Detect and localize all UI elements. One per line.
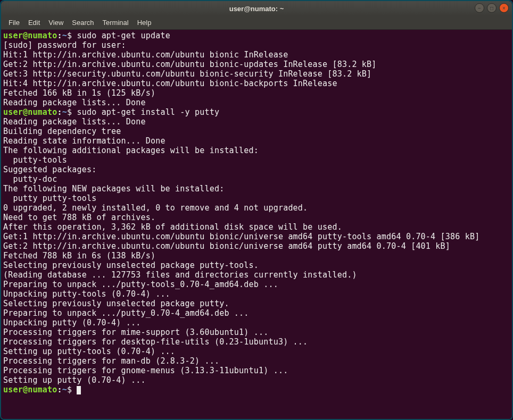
output-text: Selecting previously unselected package …: [3, 261, 259, 270]
output-text: Processing triggers for man-db (2.8.3-2)…: [3, 356, 219, 366]
prompt-user-host: user@numato: [3, 31, 57, 40]
titlebar: user@numato: ~ − □ ×: [1, 1, 512, 16]
prompt-dollar: $: [67, 107, 77, 117]
output-text: 0 upgraded, 2 newly installed, 0 to remo…: [3, 203, 308, 213]
window-title: user@numato: ~: [229, 5, 284, 13]
terminal-output-line: Unpacking putty (0.70-4) ...: [3, 318, 510, 327]
terminal-output-line: Need to get 788 kB of archives.: [3, 213, 510, 222]
terminal-command-line: user@numato:~$ sudo apt-get install -y p…: [3, 107, 510, 117]
output-text: putty-doc: [3, 174, 57, 184]
terminal-output-line: Processing triggers for desktop-file-uti…: [3, 337, 510, 347]
terminal-output-line: Reading package lists... Done: [3, 98, 510, 107]
terminal-output-line: Unpacking putty-tools (0.70-4) ...: [3, 289, 510, 299]
output-text: The following additional packages will b…: [3, 146, 259, 155]
prompt-colon: :: [57, 385, 62, 394]
terminal-output-line: Reading state information... Done: [3, 136, 510, 146]
maximize-icon: □: [490, 5, 493, 11]
output-text: Selecting previously unselected package …: [3, 299, 229, 308]
output-text: putty-tools: [3, 155, 67, 165]
terminal-output-line: Get:3 http://security.ubuntu.com/ubuntu …: [3, 69, 510, 79]
output-text: Reading package lists... Done: [3, 117, 146, 127]
terminal-output-line: 0 upgraded, 2 newly installed, 0 to remo…: [3, 203, 510, 213]
minimize-icon: −: [478, 5, 481, 11]
maximize-button[interactable]: □: [487, 3, 497, 13]
output-text: Preparing to unpack .../putty-tools_0.70…: [3, 280, 278, 289]
output-text: Get:1 http://in.archive.ubuntu.com/ubunt…: [3, 232, 479, 241]
terminal-output-line: Setting up putty (0.70-4) ...: [3, 375, 510, 385]
menu-search[interactable]: Search: [68, 17, 98, 28]
terminal-output-line: putty-doc: [3, 174, 510, 184]
terminal-output-line: Processing triggers for gnome-menus (3.1…: [3, 366, 510, 375]
terminal-output-line: Setting up putty-tools (0.70-4) ...: [3, 347, 510, 356]
terminal-output-line: Get:1 http://in.archive.ubuntu.com/ubunt…: [3, 232, 510, 241]
window-controls: − □ ×: [475, 3, 509, 13]
terminal-output-line: Selecting previously unselected package …: [3, 261, 510, 270]
output-text: Building dependency tree: [3, 127, 121, 136]
output-text: The following NEW packages will be insta…: [3, 184, 224, 194]
terminal-output-line: Processing triggers for mime-support (3.…: [3, 327, 510, 337]
output-text: Unpacking putty-tools (0.70-4) ...: [3, 289, 170, 299]
output-text: putty putty-tools: [3, 194, 96, 203]
terminal-command-line: user@numato:~$ sudo apt-get update: [3, 31, 510, 40]
close-button[interactable]: ×: [499, 3, 509, 13]
prompt-user-host: user@numato: [3, 107, 57, 117]
minimize-button[interactable]: −: [475, 3, 484, 13]
terminal-output-line: (Reading database ... 127753 files and d…: [3, 270, 510, 280]
output-text: [sudo] password for user:: [3, 40, 131, 50]
prompt-dollar: $: [67, 385, 77, 394]
output-text: Get:2 http://in.archive.ubuntu.com/ubunt…: [3, 60, 377, 69]
terminal-output-line: The following NEW packages will be insta…: [3, 184, 510, 194]
output-text: Setting up putty (0.70-4) ...: [3, 375, 146, 385]
terminal-output-line: Hit:1 http://in.archive.ubuntu.com/ubunt…: [3, 50, 510, 60]
output-text: Setting up putty-tools (0.70-4) ...: [3, 347, 175, 356]
terminal-output-line: Get:2 http://in.archive.ubuntu.com/ubunt…: [3, 241, 510, 251]
menu-edit[interactable]: Edit: [24, 17, 44, 28]
terminal-output-line: putty-tools: [3, 155, 510, 165]
command-text: sudo apt-get update: [77, 31, 170, 40]
terminal-output-line: putty putty-tools: [3, 194, 510, 203]
prompt-path: ~: [62, 107, 67, 117]
terminal-output-line: The following additional packages will b…: [3, 146, 510, 155]
prompt-user-host: user@numato: [3, 385, 57, 394]
menu-help[interactable]: Help: [133, 17, 156, 28]
terminal-output-line: Preparing to unpack .../putty-tools_0.70…: [3, 280, 510, 289]
output-text: After this operation, 3,362 kB of additi…: [3, 222, 342, 232]
cursor: [77, 386, 81, 394]
terminal-output-line: Preparing to unpack .../putty_0.70-4_amd…: [3, 308, 510, 318]
output-text: Unpacking putty (0.70-4) ...: [3, 318, 140, 327]
terminal-output-line: Suggested packages:: [3, 165, 510, 174]
output-text: Processing triggers for desktop-file-uti…: [3, 337, 308, 347]
output-text: Processing triggers for gnome-menus (3.1…: [3, 366, 288, 375]
terminal-output-line: After this operation, 3,362 kB of additi…: [3, 222, 510, 232]
terminal-output-line: Building dependency tree: [3, 127, 510, 136]
output-text: Reading state information... Done: [3, 136, 166, 146]
terminal-output-line: Hit:4 http://in.archive.ubuntu.com/ubunt…: [3, 79, 510, 88]
output-text: Processing triggers for mime-support (3.…: [3, 327, 268, 337]
output-text: Fetched 166 kB in 1s (125 kB/s): [3, 88, 155, 98]
terminal-output-line: Reading package lists... Done: [3, 117, 510, 127]
prompt-colon: :: [57, 31, 62, 40]
prompt-path: ~: [62, 385, 67, 394]
command-text: sudo apt-get install -y putty: [77, 107, 219, 117]
prompt-dollar: $: [67, 31, 77, 40]
menu-file[interactable]: File: [4, 17, 24, 28]
terminal-viewport[interactable]: user@numato:~$ sudo apt-get update[sudo]…: [1, 30, 512, 419]
terminal-output-line: Get:2 http://in.archive.ubuntu.com/ubunt…: [3, 60, 510, 69]
output-text: Preparing to unpack .../putty_0.70-4_amd…: [3, 308, 249, 318]
terminal-command-line: user@numato:~$: [3, 385, 510, 394]
terminal-output-line: Processing triggers for man-db (2.8.3-2)…: [3, 356, 510, 366]
terminal-output-line: Selecting previously unselected package …: [3, 299, 510, 308]
prompt-colon: :: [57, 107, 62, 117]
terminal-output-line: Fetched 788 kB in 6s (138 kB/s): [3, 251, 510, 261]
output-text: Reading package lists... Done: [3, 98, 146, 107]
menu-terminal[interactable]: Terminal: [98, 17, 133, 28]
output-text: Suggested packages:: [3, 165, 96, 174]
output-text: (Reading database ... 127753 files and d…: [3, 270, 357, 280]
menu-view[interactable]: View: [44, 17, 68, 28]
output-text: Get:2 http://in.archive.ubuntu.com/ubunt…: [3, 241, 450, 251]
output-text: Hit:4 http://in.archive.ubuntu.com/ubunt…: [3, 79, 337, 88]
terminal-output-line: Fetched 166 kB in 1s (125 kB/s): [3, 88, 510, 98]
menubar: File Edit View Search Terminal Help: [1, 16, 512, 30]
output-text: Need to get 788 kB of archives.: [3, 213, 155, 222]
output-text: Hit:1 http://in.archive.ubuntu.com/ubunt…: [3, 50, 288, 60]
